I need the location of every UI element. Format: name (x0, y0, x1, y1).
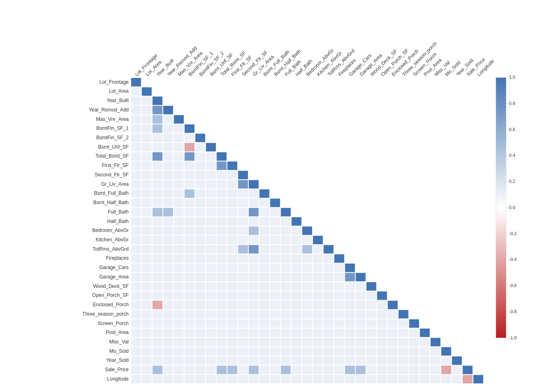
heatmap-canvas (0, 0, 549, 392)
chart-container (0, 0, 549, 392)
